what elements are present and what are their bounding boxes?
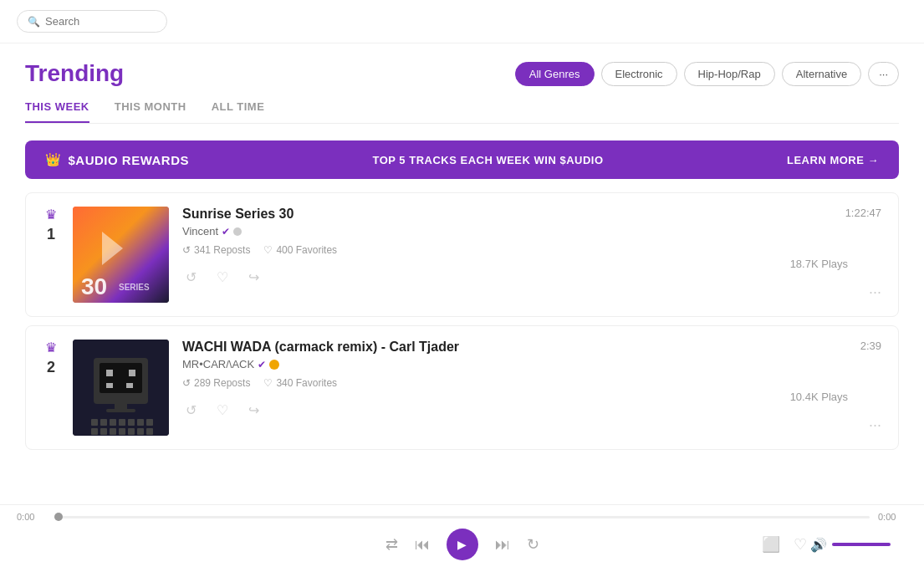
artwork-svg-1: 30 SERIES: [73, 207, 169, 303]
svg-rect-18: [128, 419, 135, 426]
genre-hiphop-button[interactable]: Hip-Hop/Rap: [684, 62, 775, 86]
track-card-2: ♛ 2: [25, 325, 899, 450]
right-icons: ⬜ ♡: [762, 535, 807, 554]
prev-button[interactable]: ⏮: [415, 536, 430, 554]
svg-rect-14: [91, 419, 98, 426]
track-artwork-2[interactable]: [73, 340, 169, 436]
genre-more-button[interactable]: ···: [868, 62, 899, 86]
repost-button-2[interactable]: ↺: [182, 399, 200, 421]
track-artist-row-2: MR•CAR/\ACK ✔: [182, 358, 881, 370]
share-button-2[interactable]: ↪: [245, 399, 263, 421]
svg-rect-6: [100, 363, 142, 393]
volume-bar[interactable]: [832, 543, 891, 546]
top-bar: 🔍: [0, 0, 924, 43]
heart-player-icon[interactable]: ♡: [794, 535, 807, 554]
heart-icon-1: ♡: [263, 244, 273, 256]
svg-rect-11: [126, 383, 133, 388]
track-stats-2: ↺ 289 Reposts ♡ 340 Favorites: [182, 377, 881, 389]
plays-count-1: 18.7K Plays: [790, 258, 848, 270]
reposts-stat-2: ↺ 289 Reposts: [182, 377, 250, 389]
svg-rect-19: [137, 419, 144, 426]
track-actions-2: ↺ ♡ ↪: [182, 399, 881, 421]
rank-col-2: ♛ 2: [43, 340, 59, 376]
track-actions-1: ↺ ♡ ↪: [182, 266, 881, 289]
genre-alternative-button[interactable]: Alternative: [782, 62, 861, 86]
time-start: 0:00: [17, 512, 46, 522]
rewards-left: 👑 $AUDIO REWARDS: [45, 152, 189, 167]
artwork-svg-2: [73, 340, 169, 436]
rank-crown-1: ♛: [45, 207, 57, 222]
svg-text:SERIES: SERIES: [119, 283, 150, 292]
favorites-count-2: 340 Favorites: [276, 377, 337, 389]
more-options-button-2[interactable]: ···: [869, 416, 881, 434]
rank-number-2: 2: [47, 359, 55, 376]
tab-this-month[interactable]: THIS MONTH: [115, 100, 186, 123]
svg-rect-7: [106, 370, 113, 376]
svg-rect-25: [128, 428, 135, 435]
main-content: Trending All Genres Electronic Hip-Hop/R…: [0, 43, 924, 450]
search-icon: 🔍: [28, 16, 40, 28]
online-dot-1: [233, 227, 242, 236]
rewards-title: $AUDIO REWARDS: [69, 153, 190, 167]
tab-all-time[interactable]: ALL TIME: [212, 100, 265, 123]
svg-rect-20: [146, 419, 153, 426]
share-button-1[interactable]: ↪: [245, 266, 263, 289]
svg-rect-10: [116, 383, 123, 388]
svg-rect-22: [100, 428, 107, 435]
artist-name-1[interactable]: Vincent: [182, 225, 218, 238]
shuffle-button[interactable]: ⇄: [385, 535, 398, 554]
track-title-2: WACHI WADA (carmack remix) - Carl Tjader: [182, 340, 459, 355]
repeat-button[interactable]: ↻: [527, 535, 539, 554]
svg-rect-8: [129, 370, 135, 376]
next-button[interactable]: ⏭: [495, 536, 510, 554]
repost-button-1[interactable]: ↺: [182, 266, 200, 289]
track-title-1: Sunrise Series 30: [182, 207, 294, 222]
bottom-player: 0:00 0:00 ⇄ ⏮ ▶ ⏭ ↻ ⬜ ♡ 🔊: [0, 504, 924, 567]
track-duration-1: 1:22:47: [845, 207, 881, 219]
svg-rect-9: [106, 383, 113, 388]
svg-rect-15: [100, 419, 107, 426]
like-button-1[interactable]: ♡: [213, 266, 232, 289]
progress-bar[interactable]: [54, 516, 870, 518]
plays-count-2: 10.4K Plays: [790, 391, 848, 403]
time-end: 0:00: [878, 512, 907, 522]
svg-text:30: 30: [81, 273, 107, 299]
more-options-button-1[interactable]: ···: [869, 284, 881, 301]
repost-icon-1: ↺: [182, 244, 191, 256]
track-header-1: Sunrise Series 30 1:22:47: [182, 207, 881, 222]
rewards-icon: 👑: [45, 152, 62, 167]
search-input[interactable]: [45, 15, 162, 28]
artist-name-2[interactable]: MR•CAR/\ACK: [182, 358, 254, 370]
volume-icon: 🔊: [810, 537, 827, 553]
svg-rect-21: [91, 428, 98, 435]
track-card-1: ♛ 1 30: [25, 192, 899, 317]
svg-rect-27: [146, 428, 153, 435]
track-artwork-1[interactable]: 30 SERIES: [73, 207, 169, 303]
rank-col-1: ♛ 1: [43, 207, 59, 243]
track-duration-2: 2:39: [860, 340, 881, 352]
genre-filters: All Genres Electronic Hip-Hop/Rap Altern…: [515, 62, 899, 86]
repost-icon-2: ↺: [182, 377, 191, 389]
track-artist-row-1: Vincent ✔: [182, 225, 881, 238]
heart-icon-2: ♡: [263, 377, 273, 389]
rewards-cta[interactable]: LEARN MORE →: [787, 154, 879, 166]
like-button-2[interactable]: ♡: [213, 399, 232, 421]
progress-thumb: [54, 513, 63, 521]
verified-icon-2: ✔: [258, 359, 266, 370]
genre-all-button[interactable]: All Genres: [515, 62, 595, 86]
play-button[interactable]: ▶: [447, 529, 478, 560]
rewards-banner: 👑 $AUDIO REWARDS TOP 5 TRACKS EACH WEEK …: [25, 140, 899, 179]
genre-electronic-button[interactable]: Electronic: [601, 62, 677, 86]
rank-crown-2: ♛: [45, 340, 57, 355]
tab-this-week[interactable]: THIS WEEK: [25, 100, 89, 123]
reposts-stat-1: ↺ 341 Reposts: [182, 244, 250, 256]
track-header-2: WACHI WADA (carmack remix) - Carl Tjader…: [182, 340, 881, 355]
favorites-stat-1: ♡ 400 Favorites: [263, 244, 337, 256]
svg-rect-16: [110, 419, 116, 426]
favorites-count-1: 400 Favorites: [276, 244, 337, 256]
rank-number-1: 1: [47, 226, 55, 243]
screen-icon[interactable]: ⬜: [762, 535, 780, 554]
track-info-1: Sunrise Series 30 1:22:47 Vincent ✔ ↺ 34…: [182, 207, 881, 289]
page-title: Trending: [25, 60, 124, 87]
progress-bar-container: 0:00 0:00: [17, 512, 907, 522]
